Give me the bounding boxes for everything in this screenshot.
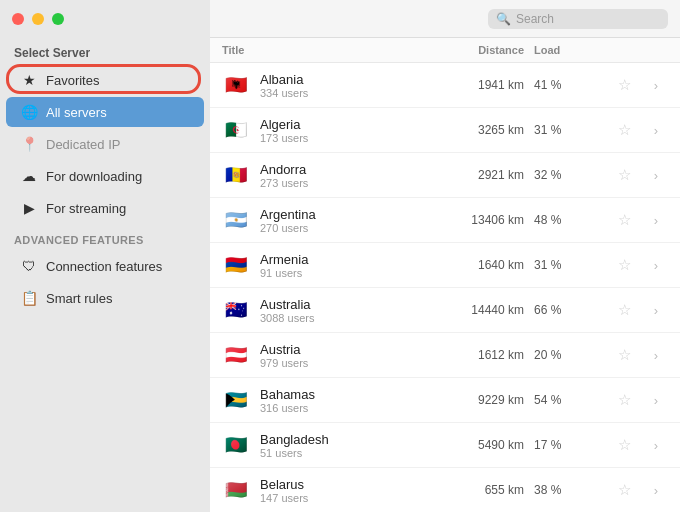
table-row[interactable]: 🇦🇷 Argentina 270 users 13406 km 48 % ☆ › — [210, 198, 680, 243]
favorite-star[interactable]: ☆ — [604, 121, 644, 139]
chevron-right-icon[interactable]: › — [644, 168, 668, 183]
flag-icon: 🇦🇲 — [222, 251, 250, 279]
server-distance: 1612 km — [434, 348, 534, 362]
flag-icon: 🇦🇹 — [222, 341, 250, 369]
chevron-right-icon[interactable]: › — [644, 438, 668, 453]
sidebar-item-label: Smart rules — [46, 291, 112, 306]
flag-icon: 🇧🇩 — [222, 431, 250, 459]
server-name: Armenia — [260, 252, 308, 267]
flag-icon: 🇩🇿 — [222, 116, 250, 144]
server-info: 🇧🇾 Belarus 147 users — [222, 476, 434, 504]
chevron-right-icon[interactable]: › — [644, 348, 668, 363]
server-distance: 14440 km — [434, 303, 534, 317]
table-row[interactable]: 🇦🇩 Andorra 273 users 2921 km 32 % ☆ › — [210, 153, 680, 198]
server-distance: 13406 km — [434, 213, 534, 227]
advanced-features-label: Advanced Features — [0, 224, 210, 250]
favorite-star[interactable]: ☆ — [604, 391, 644, 409]
server-list: 🇦🇱 Albania 334 users 1941 km 41 % ☆ › 🇩🇿… — [210, 63, 680, 512]
table-row[interactable]: 🇦🇲 Armenia 91 users 1640 km 31 % ☆ › — [210, 243, 680, 288]
server-info: 🇩🇿 Algeria 173 users — [222, 116, 434, 144]
flag-icon: 🇦🇷 — [222, 206, 250, 234]
table-row[interactable]: 🇧🇾 Belarus 147 users 655 km 38 % ☆ › — [210, 468, 680, 512]
server-distance: 1941 km — [434, 78, 534, 92]
server-name-group: Andorra 273 users — [260, 162, 308, 189]
download-icon: ☁ — [20, 167, 38, 185]
star-icon: ★ — [20, 71, 38, 89]
server-name: Albania — [260, 72, 308, 87]
main-header: 🔍 — [210, 0, 680, 38]
server-users: 173 users — [260, 132, 308, 144]
server-name: Argentina — [260, 207, 316, 222]
server-load: 31 % — [534, 123, 604, 137]
table-row[interactable]: 🇦🇺 Australia 3088 users 14440 km 66 % ☆ … — [210, 288, 680, 333]
sidebar-item-dedicated-ip[interactable]: 📍 Dedicated IP — [6, 129, 204, 159]
favorite-star[interactable]: ☆ — [604, 301, 644, 319]
server-name-group: Australia 3088 users — [260, 297, 314, 324]
sidebar-item-label: Connection features — [46, 259, 162, 274]
sidebar-item-all-servers[interactable]: 🌐 All servers — [6, 97, 204, 127]
chevron-right-icon[interactable]: › — [644, 78, 668, 93]
sidebar: Select Server ★ Favorites 🌐 All servers … — [0, 0, 210, 512]
sidebar-item-favorites[interactable]: ★ Favorites — [6, 65, 204, 95]
server-name: Australia — [260, 297, 314, 312]
sidebar-item-smart-rules[interactable]: 📋 Smart rules — [6, 283, 204, 313]
server-info: 🇦🇩 Andorra 273 users — [222, 161, 434, 189]
sidebar-item-for-downloading[interactable]: ☁ For downloading — [6, 161, 204, 191]
chevron-right-icon[interactable]: › — [644, 303, 668, 318]
server-distance: 5490 km — [434, 438, 534, 452]
globe-icon: 🌐 — [20, 103, 38, 121]
server-info: 🇦🇲 Armenia 91 users — [222, 251, 434, 279]
col-distance: Distance — [434, 44, 534, 56]
chevron-right-icon[interactable]: › — [644, 258, 668, 273]
flag-icon: 🇦🇩 — [222, 161, 250, 189]
sidebar-item-connection-features[interactable]: 🛡 Connection features — [6, 251, 204, 281]
flag-icon: 🇦🇺 — [222, 296, 250, 324]
sidebar-item-label: Favorites — [46, 73, 99, 88]
server-info: 🇦🇺 Australia 3088 users — [222, 296, 434, 324]
server-info: 🇦🇱 Albania 334 users — [222, 71, 434, 99]
server-info: 🇧🇩 Bangladesh 51 users — [222, 431, 434, 459]
sidebar-item-label: Dedicated IP — [46, 137, 120, 152]
shield-icon: 🛡 — [20, 257, 38, 275]
table-row[interactable]: 🇧🇩 Bangladesh 51 users 5490 km 17 % ☆ › — [210, 423, 680, 468]
server-name-group: Bahamas 316 users — [260, 387, 315, 414]
favorite-star[interactable]: ☆ — [604, 166, 644, 184]
table-row[interactable]: 🇩🇿 Algeria 173 users 3265 km 31 % ☆ › — [210, 108, 680, 153]
table-row[interactable]: 🇧🇸 Bahamas 316 users 9229 km 54 % ☆ › — [210, 378, 680, 423]
server-distance: 1640 km — [434, 258, 534, 272]
server-name: Austria — [260, 342, 308, 357]
server-load: 38 % — [534, 483, 604, 497]
server-name: Bangladesh — [260, 432, 329, 447]
search-input[interactable] — [516, 12, 660, 26]
titlebar — [0, 0, 210, 38]
table-row[interactable]: 🇦🇹 Austria 979 users 1612 km 20 % ☆ › — [210, 333, 680, 378]
table-row[interactable]: 🇦🇱 Albania 334 users 1941 km 41 % ☆ › — [210, 63, 680, 108]
chevron-right-icon[interactable]: › — [644, 483, 668, 498]
favorite-star[interactable]: ☆ — [604, 436, 644, 454]
search-box[interactable]: 🔍 — [488, 9, 668, 29]
sidebar-item-for-streaming[interactable]: ▶ For streaming — [6, 193, 204, 223]
server-load: 20 % — [534, 348, 604, 362]
server-load: 31 % — [534, 258, 604, 272]
location-icon: 📍 — [20, 135, 38, 153]
maximize-button[interactable] — [52, 13, 64, 25]
favorite-star[interactable]: ☆ — [604, 256, 644, 274]
server-name-group: Albania 334 users — [260, 72, 308, 99]
sidebar-title: Select Server — [0, 38, 210, 64]
server-users: 334 users — [260, 87, 308, 99]
server-name-group: Bangladesh 51 users — [260, 432, 329, 459]
sidebar-item-label: For streaming — [46, 201, 126, 216]
favorite-star[interactable]: ☆ — [604, 211, 644, 229]
flag-icon: 🇧🇾 — [222, 476, 250, 504]
favorite-star[interactable]: ☆ — [604, 346, 644, 364]
server-distance: 2921 km — [434, 168, 534, 182]
server-load: 17 % — [534, 438, 604, 452]
chevron-right-icon[interactable]: › — [644, 123, 668, 138]
chevron-right-icon[interactable]: › — [644, 213, 668, 228]
chevron-right-icon[interactable]: › — [644, 393, 668, 408]
col-fav — [604, 44, 644, 56]
close-button[interactable] — [12, 13, 24, 25]
favorite-star[interactable]: ☆ — [604, 481, 644, 499]
minimize-button[interactable] — [32, 13, 44, 25]
favorite-star[interactable]: ☆ — [604, 76, 644, 94]
